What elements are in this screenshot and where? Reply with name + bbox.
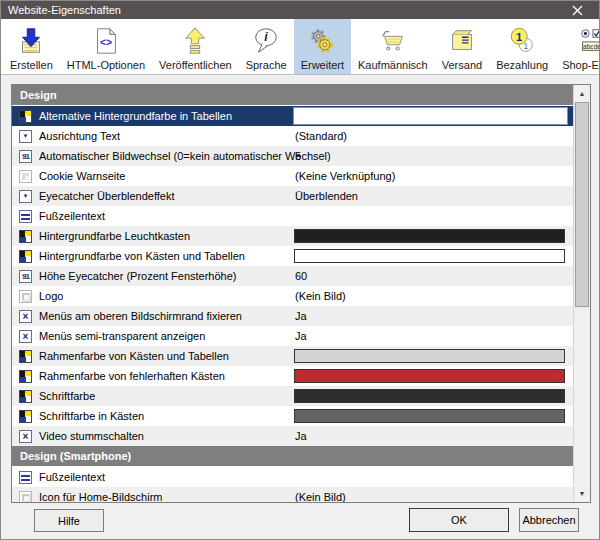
shipping-icon xyxy=(446,25,478,57)
property-row[interactable]: Rahmenfarbe von fehlerhaften Kästen xyxy=(12,366,573,386)
vertical-scrollbar[interactable]: ▲ ▼ xyxy=(573,85,590,502)
svg-text:1: 1 xyxy=(516,31,522,43)
property-row[interactable]: Rahmenfarbe von Kästen und Tabellen xyxy=(12,346,573,366)
scroll-up-icon[interactable]: ▲ xyxy=(574,85,590,102)
image-icon xyxy=(19,290,32,303)
help-button[interactable]: Hilfe xyxy=(34,509,104,532)
color-icon xyxy=(19,230,32,243)
color-icon xyxy=(19,110,32,123)
color-swatch[interactable] xyxy=(294,349,565,363)
property-row[interactable]: Icon für Home-Bildschirm(Kein Bild) xyxy=(12,487,573,502)
property-label: Schriftfarbe xyxy=(39,390,95,402)
color-icon xyxy=(19,350,32,363)
close-button[interactable] xyxy=(561,1,593,19)
property-label: Automatischer Bildwechsel (0=kein automa… xyxy=(39,150,331,162)
toolbar-label: Erweitert xyxy=(301,59,344,71)
payment-icon: 1 1 xyxy=(506,25,538,57)
property-value: Überblenden xyxy=(295,186,358,206)
color-swatch[interactable] xyxy=(294,409,565,423)
property-label: Rahmenfarbe von fehlerhaften Kästen xyxy=(39,370,225,382)
cancel-button[interactable]: Abbrechen xyxy=(519,508,579,532)
text-icon xyxy=(19,471,32,484)
property-label: Icon für Home-Bildschirm xyxy=(39,491,162,502)
publish-icon xyxy=(179,25,211,57)
color-swatch[interactable] xyxy=(294,369,565,383)
shop-extras-icon: abcde xyxy=(576,25,600,57)
svg-text:<>: <> xyxy=(100,37,112,48)
property-row[interactable]: Logo(Kein Bild) xyxy=(12,286,573,306)
color-icon xyxy=(19,390,32,403)
section-header: Design xyxy=(12,85,573,105)
property-row[interactable]: ×Video stummschaltenJa xyxy=(12,426,573,446)
color-swatch[interactable] xyxy=(294,249,565,263)
toolbar-item-html-optionen[interactable]: <> HTML-Optionen xyxy=(60,19,152,74)
property-label: Cookie Warnseite xyxy=(39,170,125,182)
section-label: Design xyxy=(20,89,57,101)
color-icon xyxy=(19,370,32,383)
property-value: 60 xyxy=(295,266,307,286)
ok-button[interactable]: OK xyxy=(409,508,509,532)
property-row[interactable]: 91Automatischer Bildwechsel (0=kein auto… xyxy=(12,146,573,166)
property-row[interactable]: Hintergrundfarbe von Kästen und Tabellen xyxy=(12,246,573,266)
toolbar-label: Erstellen xyxy=(10,59,53,71)
property-value-input[interactable] xyxy=(293,107,568,125)
property-row[interactable]: ▼Eyecatcher ÜberblendeffektÜberblenden xyxy=(12,186,573,206)
toolbar-item-shop-extras[interactable]: abcde Shop-Extras xyxy=(555,19,600,74)
property-row[interactable]: Hintergrundfarbe Leuchtkasten xyxy=(12,226,573,246)
html-options-icon: <> xyxy=(90,25,122,57)
color-swatch[interactable] xyxy=(294,229,565,243)
property-row[interactable]: Cookie Warnseite(Keine Verknüpfung) xyxy=(12,166,573,186)
property-value: Ja xyxy=(295,306,307,326)
toolbar-item-veroeffentlichen[interactable]: Veröffentlichen xyxy=(152,19,239,74)
text-icon xyxy=(19,210,32,223)
property-row[interactable]: 91Höhe Eyecatcher (Prozent Fensterhöhe)6… xyxy=(12,266,573,286)
property-value: 5 xyxy=(295,146,301,166)
toolbar: Erstellen <> HTML-Optionen Veröffentl xyxy=(1,19,599,75)
property-row[interactable]: ×Menüs am oberen Bildschirmrand fixieren… xyxy=(12,306,573,326)
property-value: Ja xyxy=(295,326,307,346)
toolbar-item-erweitert[interactable]: Erweitert xyxy=(294,19,351,74)
property-value: (Kein Bild) xyxy=(295,487,346,502)
color-swatch[interactable] xyxy=(294,389,565,403)
property-value: (Kein Bild) xyxy=(295,286,346,306)
toolbar-item-kaufmaennisch[interactable]: Kaufmännisch xyxy=(351,19,435,74)
toolbar-item-erstellen[interactable]: Erstellen xyxy=(3,19,60,74)
property-label: Logo xyxy=(39,290,63,302)
toolbar-label: Versand xyxy=(442,59,482,71)
toolbar-item-sprache[interactable]: i Sprache xyxy=(239,19,294,74)
toolbar-item-versand[interactable]: Versand xyxy=(435,19,489,74)
toolbar-item-bezahlung[interactable]: 1 1 Bezahlung xyxy=(489,19,555,74)
toolbar-label: Veröffentlichen xyxy=(159,59,232,71)
section-label: Design (Smartphone) xyxy=(20,450,131,462)
scrollbar-thumb[interactable] xyxy=(575,102,589,307)
property-row[interactable]: Alternative Hintergrundfarbe in Tabellen xyxy=(12,106,573,126)
color-icon xyxy=(19,250,32,263)
scroll-down-icon[interactable]: ▼ xyxy=(574,485,590,502)
property-label: Menüs am oberen Bildschirmrand fixieren xyxy=(39,310,242,322)
property-grid: DesignAlternative Hintergrundfarbe in Ta… xyxy=(11,84,591,503)
number-icon: 91 xyxy=(19,150,32,163)
toolbar-label: Shop-Extras xyxy=(562,59,600,71)
toolbar-label: Sprache xyxy=(246,59,287,71)
svg-text:abcde: abcde xyxy=(583,43,600,50)
checkbox-icon: × xyxy=(19,330,32,343)
window-title: Website-Eigenschaften xyxy=(8,4,121,16)
property-row[interactable]: ▼Ausrichtung Text(Standard) xyxy=(12,126,573,146)
property-row[interactable]: ×Menüs semi-transparent anzeigenJa xyxy=(12,326,573,346)
property-label: Fußzeilentext xyxy=(39,471,105,483)
dropdown-icon: ▼ xyxy=(19,190,32,203)
titlebar[interactable]: Website-Eigenschaften xyxy=(1,1,599,19)
property-row[interactable]: Schriftfarbe xyxy=(12,386,573,406)
property-label: Fußzeilentext xyxy=(39,210,105,222)
property-row[interactable]: Schriftfarbe in Kästen xyxy=(12,406,573,426)
link-icon xyxy=(19,170,32,183)
property-row[interactable]: Fußzeilentext xyxy=(12,467,573,487)
property-label: Ausrichtung Text xyxy=(39,130,120,142)
section-header: Design (Smartphone) xyxy=(12,446,573,466)
language-icon: i xyxy=(250,25,282,57)
property-label: Alternative Hintergrundfarbe in Tabellen xyxy=(39,110,232,122)
property-row[interactable]: Fußzeilentext xyxy=(12,206,573,226)
property-label: Menüs semi-transparent anzeigen xyxy=(39,330,205,342)
image-icon xyxy=(19,491,32,503)
toolbar-label: Kaufmännisch xyxy=(358,59,428,71)
